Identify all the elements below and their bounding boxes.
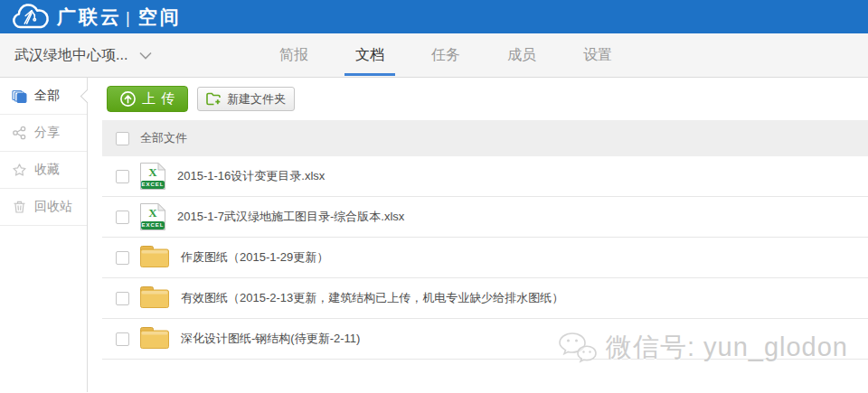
sidebar-item-all[interactable]: 全部 (0, 78, 87, 115)
logo-cloud-crane-icon (9, 3, 51, 31)
new-folder-button[interactable]: 新建文件夹 (197, 87, 295, 111)
excel-band-label: EXCEL (141, 221, 165, 229)
row-checkbox[interactable] (116, 251, 129, 265)
folder-icon (139, 325, 170, 353)
upload-button-label: 上 传 (142, 90, 175, 108)
tab-members[interactable]: 成员 (496, 33, 547, 77)
trash-icon (12, 200, 27, 214)
sidebar-item-label: 回收站 (34, 199, 72, 215)
file-list-header-label: 全部文件 (140, 130, 187, 146)
new-folder-button-label: 新建文件夹 (227, 91, 286, 108)
tab-tasks[interactable]: 任务 (420, 33, 471, 77)
file-name[interactable]: 2015-1-16设计变更目录.xlsx (177, 168, 325, 184)
new-folder-icon (206, 92, 222, 106)
excel-letter: X (139, 206, 166, 220)
sidebar: 全部 分享 收藏 (0, 78, 88, 392)
excel-file-icon: X EXCEL (139, 202, 166, 231)
project-switcher[interactable]: 武汉绿地中心项... (14, 46, 152, 65)
tab-settings[interactable]: 设置 (572, 33, 623, 77)
table-row[interactable]: X EXCEL 2015-1-16设计变更目录.xlsx (102, 156, 868, 197)
file-name[interactable]: 深化设计图纸-钢结构(待更新-2-11) (181, 331, 360, 347)
brand-product: 空间 (138, 5, 182, 30)
brand-title: 广联云 | 空间 (57, 5, 182, 30)
row-checkbox[interactable] (116, 211, 129, 224)
upload-button[interactable]: 上 传 (107, 86, 188, 112)
file-list: 全部文件 X EXCEL 2015-1-16设计变更目录.xlsx (102, 120, 868, 360)
tab-bar: 简报 文档 任务 成员 设置 (256, 33, 636, 77)
row-checkbox[interactable] (116, 292, 129, 305)
table-row[interactable]: 有效图纸（2015-2-13更新，建筑结构已上传，机电专业缺少给排水图纸） (102, 278, 868, 319)
table-row[interactable]: X EXCEL 2015-1-7武汉绿地施工图目录-综合版本.xlsx (102, 197, 868, 238)
sidebar-item-recycle[interactable]: 回收站 (0, 189, 87, 226)
file-list-header: 全部文件 (102, 120, 868, 156)
tab-briefing[interactable]: 简报 (269, 33, 319, 77)
sidebar-item-share[interactable]: 分享 (0, 115, 87, 152)
excel-letter: X (139, 165, 166, 180)
content-area: 上 传 新建文件夹 全部文件 (88, 78, 868, 392)
upload-icon (119, 90, 137, 108)
layers-icon (12, 89, 27, 103)
share-icon (12, 126, 27, 140)
app-header: 广联云 | 空间 (0, 0, 868, 33)
select-all-checkbox[interactable] (116, 132, 129, 145)
row-checkbox[interactable] (116, 170, 129, 183)
brand-name: 广联云 (57, 5, 122, 30)
toolbar: 上 传 新建文件夹 (88, 78, 868, 120)
file-name[interactable]: 2015-1-7武汉绿地施工图目录-综合版本.xlsx (177, 209, 404, 225)
sidebar-item-label: 收藏 (34, 162, 60, 178)
brand-separator: | (126, 9, 130, 28)
chevron-down-icon (139, 51, 152, 60)
file-name[interactable]: 有效图纸（2015-2-13更新，建筑结构已上传，机电专业缺少给排水图纸） (181, 290, 563, 306)
project-bar: 武汉绿地中心项... 简报 文档 任务 成员 设置 (0, 33, 868, 78)
table-row[interactable]: 作废图纸（2015-1-29更新） (102, 238, 868, 278)
tab-documents[interactable]: 文档 (344, 33, 395, 77)
project-name: 武汉绿地中心项... (14, 46, 127, 65)
folder-icon (139, 244, 170, 272)
sidebar-item-label: 分享 (34, 125, 60, 141)
excel-file-icon: X EXCEL (139, 162, 166, 191)
row-checkbox[interactable] (116, 332, 129, 346)
main-layout: 全部 分享 收藏 (0, 78, 868, 392)
folder-icon (139, 285, 170, 313)
file-name[interactable]: 作废图纸（2015-1-29更新） (181, 249, 328, 266)
sidebar-item-favorites[interactable]: 收藏 (0, 152, 87, 189)
star-icon (12, 163, 27, 177)
excel-band-label: EXCEL (141, 181, 165, 189)
table-row[interactable]: 深化设计图纸-钢结构(待更新-2-11) (102, 319, 868, 360)
sidebar-item-label: 全部 (34, 88, 60, 104)
